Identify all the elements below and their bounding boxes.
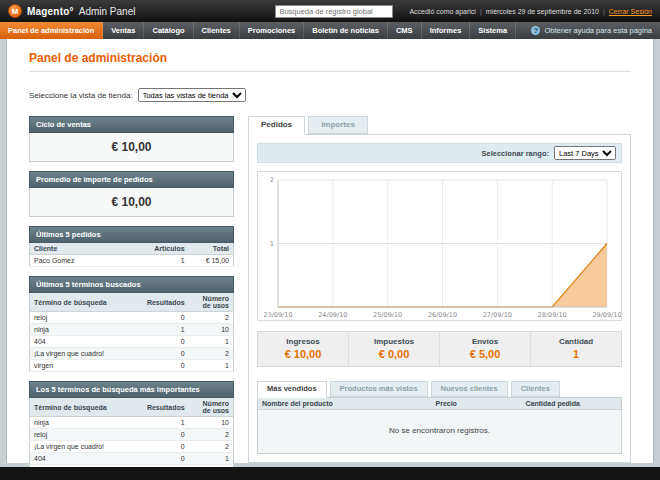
main-navigation: Panel de administraciónVentasCatálogoCli… [0,22,660,39]
column-header: Total [189,243,234,255]
svg-text:24/09/10: 24/09/10 [318,311,347,319]
table-cell: 2 [189,441,234,453]
last-orders-panel: Últimos 5 pedidos ClienteArtículosTotalP… [29,226,234,267]
diagram-tab[interactable]: Importes [308,116,368,134]
svg-text:1: 1 [270,240,274,248]
store-view-label: Seleccione la vista de tienda: [29,91,133,100]
help-icon: ? [531,26,540,35]
totals-bar: Ingresos€ 10,00Impuestos€ 0,00Envíos€ 5,… [257,331,622,367]
dashboard-main: PedidosImportes Seleccionar rango: Last … [248,116,631,480]
brand-name: Magento° [27,6,74,17]
svg-text:28/09/10: 28/09/10 [538,311,567,319]
nav-item[interactable]: Catálogo [144,22,193,39]
column-header: Número de usos [189,398,234,417]
table-cell: 1 [189,360,234,372]
nav-items: Panel de administraciónVentasCatálogoCli… [0,22,516,39]
table-cell: 0 [143,453,189,465]
table-cell: 0 [143,441,189,453]
empty-records-message: No se encontraron registros. [257,410,622,454]
svg-text:26/09/10: 26/09/10 [428,311,457,319]
grid-tab[interactable]: Nuevos clientes [431,381,508,397]
column-header: Término de búsqueda [30,398,143,417]
table-row[interactable]: 40401 [30,453,234,465]
page-content: Panel de administración Seleccione la vi… [6,39,654,463]
nav-item[interactable]: Ventas [103,22,144,39]
nav-item[interactable]: Informes [422,22,471,39]
table-cell: reloj [30,429,143,441]
table-cell: 2 [189,348,234,360]
column-header: Artículos [144,243,189,255]
nav-item[interactable]: Panel de administración [0,22,103,39]
svg-text:2: 2 [270,176,274,184]
dashboard-content-box: Seleccionar rango: Last 7 Days 1223/09/1… [248,134,631,463]
table-row[interactable]: Paco Gomez1€ 15,00 [30,255,234,267]
table-cell: 0 [143,312,189,324]
diagram-tabs: PedidosImportes [248,116,631,134]
table-cell: 0 [143,360,189,372]
column-header: Resultados [143,293,189,312]
separator: | [603,8,605,15]
panel-title: Últimos 5 términos buscados [29,276,234,293]
magento-logo-icon: M [8,4,22,18]
dashboard: Ciclo de ventas € 10,00 Promedio de impo… [29,116,631,480]
table-cell: ninja [30,324,143,336]
table-cell: € 15,00 [189,255,234,267]
table-cell: 10 [189,417,234,429]
nav-item[interactable]: Promociones [240,22,305,39]
svg-text:27/09/10: 27/09/10 [483,311,512,319]
logout-link[interactable]: Cerrar Sesión [609,8,652,15]
table-row[interactable]: ¡La virgen que cuadro!02 [30,441,234,453]
nav-item[interactable]: CMS [388,22,422,39]
table-row[interactable]: 40401 [30,336,234,348]
column-header: Precio [432,398,522,410]
grid-tab[interactable]: Clientes [511,381,560,397]
stat-cantidad: Cantidad1 [530,332,621,366]
stat-ingresos: Ingresos€ 10,00 [258,332,348,366]
separator: | [480,8,482,15]
global-search-input[interactable] [275,5,393,18]
table-cell: 404 [30,453,143,465]
table-cell: 1 [189,336,234,348]
average-orders-value: € 10,00 [29,188,234,217]
top-search-terms-table: Término de búsquedaResultadosNúmero de u… [29,398,234,477]
table-cell: Paco Gomez [30,255,144,267]
table-cell: 1 [144,255,189,267]
table-cell: 2 [189,429,234,441]
range-bar: Seleccionar rango: Last 7 Days [257,143,622,163]
brand-suffix: Admin Panel [79,6,136,17]
table-cell: 2 [189,312,234,324]
column-header: Resultados [143,398,189,417]
table-row[interactable]: ninja110 [30,417,234,429]
grid-tab[interactable]: Más vendidos [257,381,327,398]
help-label: Obtener ayuda para esta página [544,26,652,35]
diagram-tab[interactable]: Pedidos [248,116,305,135]
svg-text:23/09/10: 23/09/10 [263,311,292,319]
table-cell: 0 [143,348,189,360]
nav-item[interactable]: Sistema [470,22,516,39]
table-cell: 10 [189,324,234,336]
nav-item[interactable]: Clientes [194,22,240,39]
last-orders-table: ClienteArtículosTotalPaco Gomez1€ 15,00 [29,243,234,267]
table-row[interactable]: ¡La virgen que cuadro!02 [30,348,234,360]
divider [29,71,631,72]
magento-admin-screen: M Magento° Admin Panel Accedió como apar… [0,0,660,463]
page-help-link[interactable]: ? Obtener ayuda para esta página [523,22,660,39]
session-info: Accedió como aparici | miércoles 29 de s… [409,8,652,15]
panel-title: Los 5 términos de búsqueda más important… [29,381,234,398]
table-row[interactable]: ninja110 [30,324,234,336]
table-row[interactable]: reloj02 [30,312,234,324]
grid-tab[interactable]: Productos más vistos [330,381,428,397]
table-row[interactable]: reloj02 [30,429,234,441]
nav-item[interactable]: Boletín de noticias [304,22,388,39]
table-cell: 0 [143,429,189,441]
store-view-select[interactable]: Todas las vistas de tienda [138,88,246,102]
stat-envíos: Envíos€ 5,00 [439,332,530,366]
table-cell: reloj [30,312,143,324]
dashboard-sidebar: Ciclo de ventas € 10,00 Promedio de impo… [29,116,234,480]
table-row[interactable]: virgen01 [30,360,234,372]
svg-text:25/09/10: 25/09/10 [373,311,402,319]
range-select[interactable]: Last 7 Days [554,146,616,160]
column-header: Término de búsqueda [30,293,143,312]
lifetime-sales-value: € 10,00 [29,133,234,162]
column-header: Número de usos [189,293,234,312]
